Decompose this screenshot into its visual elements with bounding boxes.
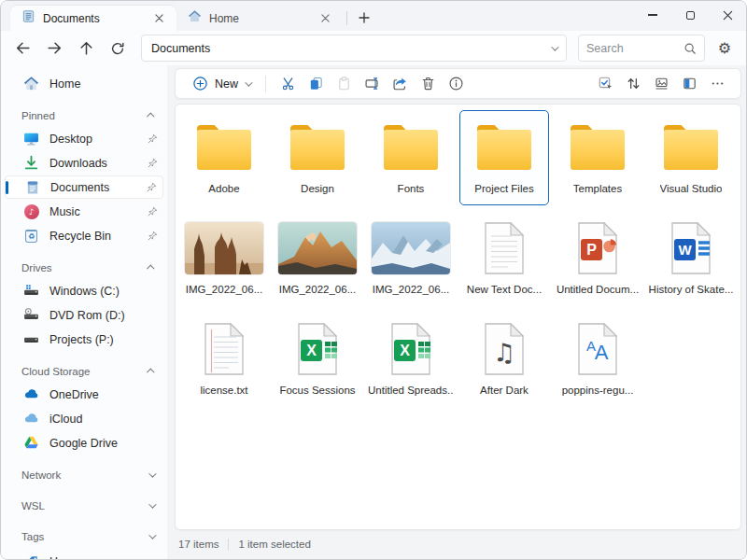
sidebar-item-desktop[interactable]: Desktop (5, 127, 163, 150)
sidebar-section-pinned[interactable]: Pinned (3, 105, 165, 126)
sidebar-section-wsl[interactable]: WSL (3, 496, 165, 516)
plus-icon (359, 12, 370, 23)
home-tab-icon (188, 9, 202, 27)
sidebar-item-music[interactable]: ♪ Music (5, 200, 163, 223)
see-more-button[interactable] (703, 72, 731, 96)
minimize-button[interactable] (634, 1, 671, 29)
status-divider (228, 539, 229, 551)
search-box[interactable] (578, 35, 705, 62)
sidebar-item-recycle-bin[interactable]: ♻ Recycle Bin (5, 224, 163, 247)
ellipsis-icon (710, 76, 726, 91)
sidebar-item-icloud[interactable]: iCloud (5, 407, 163, 430)
folder-icon (568, 118, 627, 177)
text-icon (483, 218, 526, 278)
file-tile[interactable]: Design (273, 110, 362, 205)
copy-icon (308, 76, 324, 91)
view-button[interactable] (647, 72, 675, 96)
new-button[interactable]: New (185, 72, 258, 96)
file-tile[interactable]: New Text Doc... (459, 211, 549, 306)
sidebar-item-windows-c[interactable]: Windows (C:) (5, 279, 163, 302)
sidebar-item-google-drive[interactable]: Google Drive (5, 431, 163, 455)
file-tile[interactable]: Visual Studio (646, 110, 736, 205)
paste-button[interactable] (330, 72, 358, 96)
downloads-icon (23, 155, 39, 171)
command-toolbar: New (175, 68, 741, 99)
sort-button[interactable] (619, 72, 647, 96)
file-tile[interactable]: P Untitled Docum... (553, 211, 642, 306)
back-arrow-icon (15, 40, 31, 56)
tab-close-icon[interactable] (150, 10, 167, 27)
file-label: Fonts (398, 183, 425, 194)
folder-icon (194, 118, 254, 177)
file-tile[interactable]: X Untitled Spreads... (366, 312, 456, 407)
selected-count: 1 item selected (238, 539, 310, 550)
file-tile[interactable]: Adobe (179, 110, 269, 205)
address-bar[interactable]: Documents (141, 35, 567, 62)
recycle-bin-icon: ♻ (23, 228, 39, 244)
delete-button[interactable] (414, 72, 442, 96)
back-button[interactable] (8, 35, 36, 62)
details-pane-icon (682, 76, 698, 91)
search-input[interactable] (586, 42, 684, 55)
image-mountain-icon (278, 218, 357, 278)
tab-home[interactable]: Home (176, 6, 343, 31)
file-tile[interactable]: IMG_2022_06... (179, 211, 269, 306)
dvd-drive-icon (23, 307, 39, 323)
svg-text:W: W (678, 242, 692, 258)
sidebar-section-tags[interactable]: Tags (3, 526, 165, 547)
forward-button[interactable] (40, 35, 68, 62)
folder-icon (288, 118, 347, 177)
close-button[interactable] (709, 1, 746, 29)
cut-button[interactable] (274, 72, 302, 96)
file-tile[interactable]: W History of Skate... (646, 211, 736, 306)
file-explorer-window: Documents Home (0, 0, 747, 560)
audio-icon: ♫ (483, 319, 526, 379)
main-panel: New (167, 65, 746, 559)
sidebar-section-drives[interactable]: Drives (3, 258, 165, 278)
pin-icon (147, 206, 158, 217)
file-tile[interactable]: X Focus Sessions (273, 312, 362, 407)
sidebar-item-dvd-d[interactable]: DVD Rom (D:) (5, 303, 163, 327)
file-label: Templates (573, 183, 622, 194)
file-tile[interactable]: Templates (553, 110, 642, 205)
sidebar-item-documents[interactable]: Documents (5, 175, 163, 199)
sidebar-section-cloud-storage[interactable]: Cloud Storage (3, 361, 165, 382)
file-tile[interactable]: ♫ After Dark (459, 312, 549, 407)
maximize-button[interactable] (671, 1, 709, 29)
chevron-down-icon (148, 500, 156, 508)
file-tile[interactable]: IMG_2022_06... (273, 211, 362, 306)
file-tile[interactable]: Project Files (459, 110, 549, 205)
sidebar-item-onedrive[interactable]: OneDrive (5, 383, 163, 406)
sidebar-item-downloads[interactable]: Downloads (5, 151, 163, 175)
share-button[interactable] (386, 72, 414, 96)
sidebar-item-tag-home[interactable]: Home (5, 550, 163, 559)
refresh-button[interactable] (104, 35, 132, 62)
rename-button[interactable] (358, 72, 386, 96)
chevron-down-icon (245, 78, 252, 86)
file-label: Project Files (474, 183, 533, 194)
settings-button[interactable]: ⚙ (712, 36, 737, 61)
file-tile[interactable]: license.txt (179, 312, 269, 407)
excel-icon: X (296, 319, 339, 379)
up-arrow-icon (78, 40, 94, 56)
info-icon (448, 76, 464, 91)
file-label: History of Skate... (649, 284, 734, 295)
file-tile[interactable]: AA poppins-regu... (553, 312, 642, 407)
up-button[interactable] (72, 35, 100, 62)
tab-label: Documents (43, 12, 143, 25)
file-label: license.txt (200, 385, 247, 396)
copy-button[interactable] (302, 72, 330, 96)
properties-button[interactable] (442, 72, 470, 96)
tab-documents[interactable]: Documents (10, 6, 176, 31)
multi-select-button[interactable] (591, 72, 619, 96)
sidebar-section-network[interactable]: Network (3, 465, 165, 485)
tab-close-icon[interactable] (317, 10, 333, 27)
sidebar-item-home[interactable]: Home (5, 72, 163, 95)
chevron-down-icon[interactable] (551, 43, 558, 50)
sidebar-item-projects-p[interactable]: Projects (P:) (5, 328, 163, 351)
details-pane-button[interactable] (675, 72, 703, 96)
svg-text:P: P (586, 242, 597, 258)
file-tile[interactable]: Fonts (366, 110, 456, 205)
new-tab-button[interactable] (353, 7, 375, 29)
file-tile[interactable]: IMG_2022_06... (366, 211, 456, 306)
